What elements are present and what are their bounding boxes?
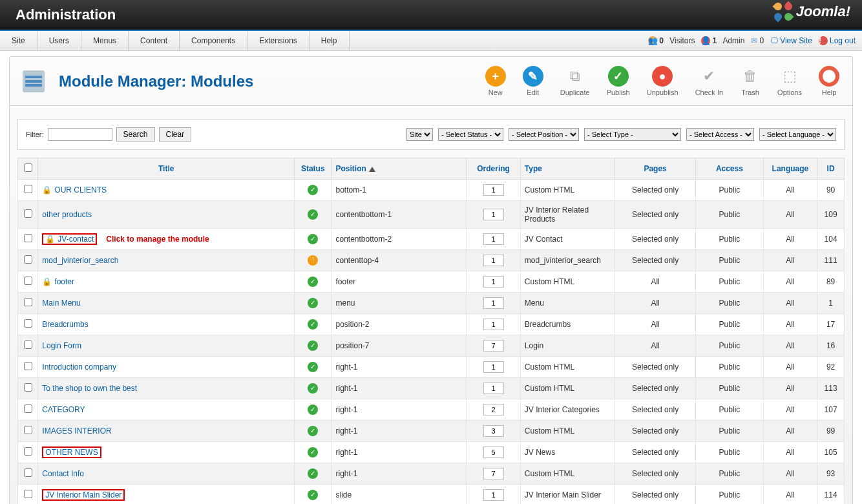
filter-select-5[interactable]: - Select Language - bbox=[759, 128, 836, 141]
row-checkbox[interactable] bbox=[24, 383, 32, 392]
module-title-link[interactable]: OUR CLIENTS bbox=[54, 185, 107, 194]
module-title-link[interactable]: JV Interior Main Slider bbox=[45, 490, 121, 499]
menu-menus[interactable]: Menus bbox=[81, 31, 129, 50]
menu-users[interactable]: Users bbox=[37, 31, 81, 50]
col-status[interactable]: Status bbox=[295, 158, 331, 180]
duplicate-button[interactable]: ⧉Duplicate bbox=[560, 66, 590, 96]
ordering-input[interactable] bbox=[483, 489, 504, 501]
col-pages[interactable]: Pages bbox=[615, 158, 695, 180]
ordering-input[interactable] bbox=[483, 319, 504, 330]
status-icon[interactable]: ✓ bbox=[308, 277, 318, 287]
col-access[interactable]: Access bbox=[696, 158, 763, 180]
col-type[interactable]: Type bbox=[520, 158, 615, 180]
view-site-link[interactable]: 🖵 View Site bbox=[770, 36, 812, 45]
search-button[interactable]: Search bbox=[116, 127, 155, 142]
module-title-link[interactable]: To the shop to own the best bbox=[42, 384, 137, 393]
ordering-input[interactable] bbox=[483, 255, 504, 266]
ordering-input[interactable] bbox=[483, 297, 504, 309]
col-position[interactable]: Position bbox=[331, 158, 467, 180]
module-title-link[interactable]: CATEGORY bbox=[42, 405, 85, 414]
messages-status[interactable]: ✉ 0 bbox=[751, 36, 764, 45]
publish-button[interactable]: ✓Publish bbox=[607, 66, 630, 96]
ordering-input[interactable] bbox=[483, 276, 504, 288]
status-icon[interactable]: ✓ bbox=[308, 319, 318, 330]
row-checkbox[interactable] bbox=[24, 234, 32, 242]
status-icon[interactable]: ✓ bbox=[308, 185, 318, 195]
clear-button[interactable]: Clear bbox=[159, 127, 192, 142]
module-title-link[interactable]: Login Form bbox=[42, 341, 81, 350]
edit-button[interactable]: ✎Edit bbox=[523, 66, 543, 96]
status-icon[interactable]: ✓ bbox=[308, 383, 318, 394]
ordering-input[interactable] bbox=[483, 209, 504, 220]
status-icon[interactable]: ! bbox=[308, 255, 318, 266]
module-title-link[interactable]: Breadcrumbs bbox=[42, 320, 88, 329]
filter-input[interactable] bbox=[48, 128, 112, 141]
filter-select-0[interactable]: Site bbox=[406, 128, 433, 141]
row-checkbox[interactable] bbox=[24, 298, 32, 306]
menu-site[interactable]: Site bbox=[0, 31, 37, 50]
row-checkbox[interactable] bbox=[24, 185, 32, 193]
status-icon[interactable]: ✓ bbox=[308, 490, 318, 500]
ordering-input[interactable] bbox=[483, 446, 504, 458]
status-icon[interactable]: ✓ bbox=[308, 298, 318, 308]
access-cell: Public bbox=[696, 271, 763, 293]
ordering-input[interactable] bbox=[483, 340, 504, 352]
status-icon[interactable]: ✓ bbox=[308, 468, 318, 479]
row-checkbox[interactable] bbox=[24, 404, 32, 413]
module-title-link[interactable]: other products bbox=[42, 210, 92, 219]
module-title-link[interactable]: Introduction company bbox=[42, 362, 116, 372]
module-title-link[interactable]: OTHER NEWS bbox=[45, 448, 98, 457]
module-title-link[interactable]: JV-contact bbox=[58, 235, 94, 244]
options-button[interactable]: ⬚Options bbox=[777, 66, 802, 96]
col-ordering[interactable]: Ordering bbox=[467, 158, 521, 180]
help-button[interactable]: Help bbox=[819, 66, 839, 96]
menu-content[interactable]: Content bbox=[129, 31, 180, 50]
ordering-input[interactable] bbox=[483, 361, 504, 373]
ordering-input[interactable] bbox=[483, 468, 504, 479]
filter-select-2[interactable]: - Select Position - bbox=[509, 128, 579, 141]
module-title-link[interactable]: IMAGES INTERIOR bbox=[42, 426, 111, 436]
row-checkbox[interactable] bbox=[24, 341, 32, 349]
ordering-input[interactable] bbox=[483, 233, 504, 245]
row-checkbox[interactable] bbox=[24, 277, 32, 285]
module-title-link[interactable]: footer bbox=[54, 277, 74, 286]
ordering-input[interactable] bbox=[483, 425, 504, 437]
logout-link[interactable]: ! Log out bbox=[819, 36, 856, 45]
row-checkbox[interactable] bbox=[24, 490, 32, 498]
status-icon[interactable]: ✓ bbox=[308, 447, 318, 457]
row-checkbox[interactable] bbox=[24, 362, 32, 370]
position-cell: contenttop-4 bbox=[331, 250, 467, 271]
ordering-input[interactable] bbox=[483, 404, 504, 415]
unpublish-button[interactable]: ●Unpublish bbox=[647, 66, 678, 96]
status-icon[interactable]: ✓ bbox=[308, 362, 318, 372]
row-checkbox[interactable] bbox=[24, 255, 32, 264]
col-title[interactable]: Title bbox=[38, 158, 295, 180]
filter-select-3[interactable]: - Select Type - bbox=[584, 128, 681, 141]
trash-button[interactable]: 🗑Trash bbox=[740, 66, 761, 96]
ordering-input[interactable] bbox=[483, 383, 504, 394]
row-checkbox[interactable] bbox=[24, 426, 32, 434]
col-id[interactable]: ID bbox=[817, 158, 845, 180]
checkin-button[interactable]: ✔Check In bbox=[695, 66, 723, 96]
status-icon[interactable]: ✓ bbox=[308, 426, 318, 436]
row-checkbox[interactable] bbox=[24, 468, 32, 477]
status-icon[interactable]: ✓ bbox=[308, 234, 318, 244]
module-title-link[interactable]: Main Menu bbox=[42, 299, 80, 308]
module-title-link[interactable]: Contact Info bbox=[42, 469, 84, 478]
new-button[interactable]: +New bbox=[485, 66, 506, 96]
menu-extensions[interactable]: Extensions bbox=[247, 31, 310, 50]
col-language[interactable]: Language bbox=[763, 158, 817, 180]
row-checkbox[interactable] bbox=[24, 209, 32, 218]
menu-components[interactable]: Components bbox=[180, 31, 247, 50]
row-checkbox[interactable] bbox=[24, 319, 32, 328]
status-icon[interactable]: ✓ bbox=[308, 341, 318, 351]
select-all-checkbox[interactable] bbox=[24, 163, 32, 172]
module-title-link[interactable]: mod_jvinterior_search bbox=[42, 256, 118, 265]
row-checkbox[interactable] bbox=[24, 447, 32, 456]
status-icon[interactable]: ✓ bbox=[308, 404, 318, 415]
ordering-input[interactable] bbox=[483, 184, 504, 196]
filter-select-4[interactable]: - Select Access - bbox=[686, 128, 754, 141]
filter-select-1[interactable]: - Select Status - bbox=[438, 128, 503, 141]
status-icon[interactable]: ✓ bbox=[308, 209, 318, 220]
menu-help[interactable]: Help bbox=[310, 31, 350, 50]
